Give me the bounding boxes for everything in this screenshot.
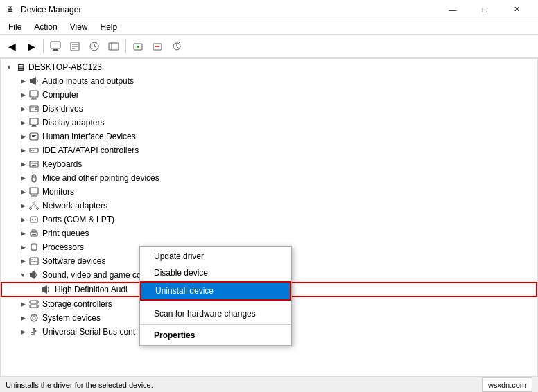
settings-button[interactable]: [105, 37, 123, 55]
ctx-item-scan[interactable]: Scan for hardware changes: [140, 305, 291, 322]
tree-item-network[interactable]: ▶Network adapters: [1, 199, 537, 213]
svg-rect-38: [31, 196, 37, 197]
root-expand[interactable]: ▼: [3, 62, 15, 73]
ctx-item-uninstall[interactable]: Uninstall device: [140, 281, 291, 301]
status-bar: Uninstalls the driver for the selected d…: [0, 377, 538, 392]
minimize-button[interactable]: —: [437, 0, 469, 19]
label-keyboards: Keyboards: [42, 159, 82, 169]
expand-storage[interactable]: ▶: [17, 299, 28, 310]
expand-computer[interactable]: ▶: [17, 89, 28, 100]
expand-network[interactable]: ▶: [17, 200, 28, 211]
tree-item-printq[interactable]: ▶Print queues: [1, 226, 537, 240]
label-computer: Computer: [42, 90, 79, 100]
computer-icon: 🖥: [15, 62, 26, 73]
label-printq: Print queues: [42, 229, 89, 238]
expand-software[interactable]: ▶: [17, 256, 28, 267]
tree-item-ide[interactable]: ▶IDE ATA/ATAPI controllers: [1, 143, 537, 157]
label-hid: Human Interface Devices: [42, 132, 136, 141]
expand-sound[interactable]: ▼: [17, 269, 28, 280]
add-device-button[interactable]: [129, 37, 147, 55]
svg-point-41: [37, 208, 39, 210]
svg-rect-36: [30, 188, 38, 194]
title-bar: 🖥 Device Manager — □ ✕: [0, 0, 538, 19]
expand-printq[interactable]: ▶: [17, 228, 28, 239]
expand-diskdrives[interactable]: ▶: [17, 103, 28, 114]
tree-item-hid[interactable]: ▶Human Interface Devices: [1, 130, 537, 143]
expand-display[interactable]: ▶: [17, 117, 28, 128]
properties-button[interactable]: [66, 37, 84, 55]
svg-rect-17: [31, 99, 37, 100]
expand-ports[interactable]: ▶: [17, 214, 28, 225]
icon-printq: [28, 228, 40, 239]
label-storage: Storage controllers: [42, 299, 112, 309]
icon-hid: [28, 131, 40, 142]
tree-item-ports[interactable]: ▶Ports (COM & LPT): [1, 213, 537, 226]
computer-button[interactable]: [46, 37, 64, 55]
icon-diskdrives: [28, 103, 40, 114]
label-mice: Mice and other pointing devices: [42, 173, 159, 183]
label-ide: IDE ATA/ATAPI controllers: [42, 145, 139, 155]
back-button[interactable]: ◀: [3, 37, 21, 55]
expand-audio[interactable]: ▶: [17, 75, 28, 87]
svg-rect-16: [32, 98, 36, 99]
expand-mice[interactable]: ▶: [17, 172, 28, 184]
expand-processors[interactable]: ▶: [17, 242, 28, 253]
label-ports: Ports (COM & LPT): [42, 215, 114, 224]
expand-hid[interactable]: ▶: [17, 131, 28, 142]
ctx-item-update[interactable]: Update driver: [140, 248, 291, 265]
tree-root[interactable]: ▼ 🖥 DESKTOP-ABC123: [1, 60, 537, 74]
menu-file[interactable]: File: [3, 21, 27, 33]
label-processors: Processors: [42, 242, 84, 252]
menu-action[interactable]: Action: [28, 21, 62, 33]
tree-item-audio[interactable]: ▶Audio inputs and outputs: [1, 74, 537, 88]
expand-ide[interactable]: ▶: [17, 145, 28, 156]
icon-sound: [28, 269, 40, 280]
ctx-item-properties[interactable]: Properties: [140, 327, 291, 344]
icon-display: [28, 117, 40, 128]
toolbar-separator-2: [125, 39, 126, 53]
svg-rect-48: [32, 230, 36, 232]
icon-hda: [41, 284, 52, 295]
svg-rect-1: [53, 49, 58, 51]
expand-hda[interactable]: [30, 284, 41, 295]
toolbar-separator-1: [43, 39, 44, 53]
icon-monitors: [28, 186, 40, 197]
menu-help[interactable]: Help: [95, 21, 123, 33]
svg-point-76: [31, 332, 33, 335]
tree-item-display[interactable]: ▶Display adapters: [1, 116, 537, 130]
label-audio: Audio inputs and outputs: [42, 76, 134, 86]
maximize-button[interactable]: □: [469, 0, 501, 19]
tree-item-diskdrives[interactable]: ▶Disk drives: [1, 102, 537, 116]
icon-system: [28, 312, 40, 323]
label-hda: High Definition Audi: [55, 285, 128, 294]
svg-rect-37: [33, 195, 35, 196]
expand-usb[interactable]: ▶: [17, 326, 28, 337]
svg-point-50: [36, 233, 37, 234]
ctx-item-disable[interactable]: Disable device: [140, 265, 291, 281]
label-diskdrives: Disk drives: [42, 104, 83, 114]
tree-item-keyboards[interactable]: ▶Keyboards: [1, 157, 537, 171]
svg-point-46: [35, 219, 36, 220]
uninstall-button[interactable]: [148, 37, 166, 55]
expand-monitors[interactable]: ▶: [17, 186, 28, 197]
main-panel: ▼ 🖥 DESKTOP-ABC123 ▶Audio inputs and out…: [0, 58, 538, 377]
tree-item-mice[interactable]: ▶Mice and other pointing devices: [1, 171, 537, 185]
tree-item-monitors[interactable]: ▶Monitors: [1, 185, 537, 199]
expand-system[interactable]: ▶: [17, 312, 28, 323]
scan-button[interactable]: [168, 37, 186, 55]
expand-keyboards[interactable]: ▶: [17, 159, 28, 170]
close-button[interactable]: ✕: [501, 0, 532, 19]
svg-rect-25: [32, 135, 36, 136]
update-driver-button[interactable]: [85, 37, 103, 55]
tree-item-computer[interactable]: ▶Computer: [1, 88, 537, 102]
svg-rect-34: [32, 165, 36, 166]
svg-rect-51: [31, 244, 37, 250]
icon-ide: [28, 145, 40, 156]
icon-processors: [28, 242, 40, 253]
svg-rect-13: [30, 79, 33, 83]
label-network: Network adapters: [42, 201, 107, 211]
label-software: Software devices: [42, 256, 105, 266]
forward-button[interactable]: ▶: [22, 37, 40, 55]
menu-view[interactable]: View: [64, 21, 94, 33]
svg-rect-22: [32, 125, 36, 127]
